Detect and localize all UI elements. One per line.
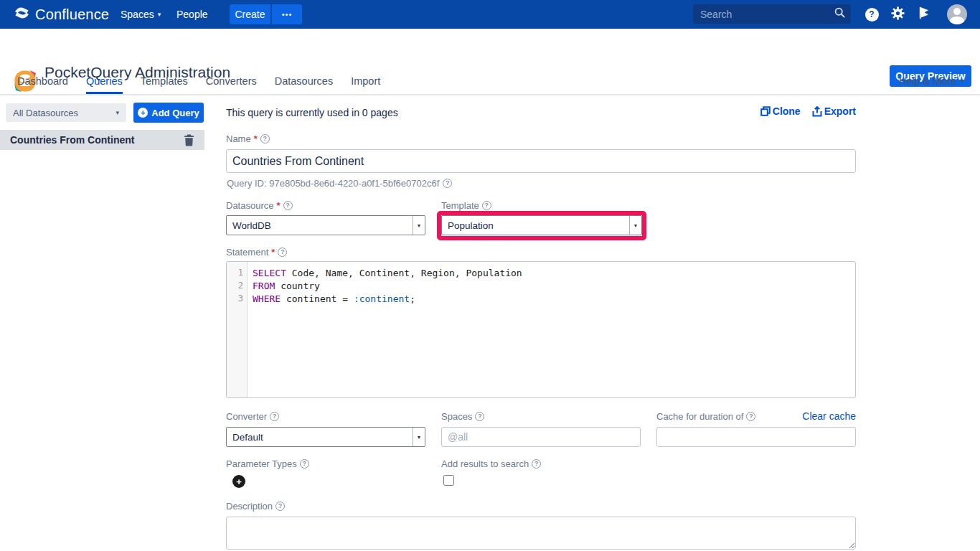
- converter-value: Default: [227, 428, 413, 446]
- datasource-filter-value: All Datasources: [13, 108, 78, 118]
- clone-link[interactable]: Clone: [760, 105, 801, 117]
- help-icon[interactable]: ?: [482, 201, 491, 210]
- description-input[interactable]: [226, 517, 856, 550]
- query-name: Countries From Continent: [10, 134, 134, 146]
- chevron-down-icon: ▾: [116, 109, 119, 116]
- search-icon: [834, 7, 845, 21]
- global-search[interactable]: [693, 4, 851, 24]
- line-number: 1: [227, 268, 247, 281]
- help-more-menu[interactable]: Help & More ▾: [899, 68, 964, 94]
- datasource-filter-select[interactable]: All Datasources ▾: [6, 103, 126, 122]
- converter-select[interactable]: Default ▼: [226, 427, 425, 447]
- help-icon[interactable]: ?: [270, 412, 279, 421]
- tab-datasources[interactable]: Datasources: [275, 68, 333, 94]
- datasource-label: Datasource* ?: [226, 200, 293, 211]
- template-select[interactable]: Population ▼: [441, 215, 642, 235]
- add-to-search-checkbox[interactable]: [443, 475, 454, 486]
- tab-dashboard[interactable]: Dashboard: [17, 68, 68, 94]
- help-icon[interactable]: ?: [275, 501, 285, 511]
- code-line: WHERE continent = :continent;: [253, 293, 855, 306]
- spaces-input[interactable]: [441, 427, 641, 447]
- nav-people[interactable]: People: [176, 0, 208, 29]
- cache-duration-input[interactable]: [656, 427, 856, 447]
- chevron-down-icon: ▾: [158, 11, 161, 18]
- required-asterisk: *: [254, 133, 258, 144]
- template-label: Template ?: [441, 200, 491, 211]
- tab-import[interactable]: Import: [351, 68, 380, 94]
- cache-label: Cache for duration of ?: [656, 411, 755, 422]
- settings-button[interactable]: [888, 0, 907, 29]
- admin-tabbar: Dashboard Queries Templates Converters D…: [0, 68, 980, 95]
- delete-query-button[interactable]: [184, 134, 194, 146]
- clone-icon: [760, 106, 771, 116]
- help-icon[interactable]: ?: [475, 412, 484, 421]
- help-icon[interactable]: ?: [283, 201, 293, 210]
- help-icon[interactable]: ?: [278, 248, 287, 257]
- gear-icon: [891, 6, 905, 23]
- help-icon[interactable]: ?: [443, 179, 452, 188]
- search-input[interactable]: [700, 9, 834, 20]
- create-button[interactable]: Create: [230, 4, 270, 24]
- template-value: Population: [442, 216, 629, 235]
- confluence-brand[interactable]: Confluence: [14, 0, 109, 29]
- statement-label: Statement* ?: [226, 247, 287, 258]
- confluence-logo-icon: [14, 6, 29, 22]
- tab-templates[interactable]: Templates: [141, 68, 188, 94]
- help-icon[interactable]: ?: [260, 134, 270, 143]
- name-label: Name* ?: [226, 133, 270, 144]
- line-number: 2: [227, 281, 247, 293]
- confluence-topbar: Confluence Spaces ▾ People Create ••• ?: [0, 0, 980, 29]
- template-highlight-box: Population ▼: [437, 211, 646, 240]
- export-label: Export: [824, 105, 856, 117]
- brand-name: Confluence: [35, 6, 109, 23]
- required-asterisk: *: [276, 200, 280, 211]
- flag-icon: [918, 6, 930, 22]
- help-button[interactable]: ?: [862, 0, 881, 29]
- help-icon[interactable]: ?: [300, 459, 309, 468]
- code-line: FROM country: [253, 281, 855, 293]
- datasource-value: WorldDB: [227, 216, 413, 235]
- code-line: SELECT Code, Name, Continent, Region, Po…: [253, 268, 855, 281]
- help-more-label: Help & More: [899, 75, 957, 87]
- editor-gutter: 123: [227, 262, 248, 397]
- add-to-search-label: Add results to search ?: [441, 458, 541, 469]
- user-menu[interactable]: [946, 0, 969, 29]
- line-number: 3: [227, 293, 247, 306]
- select-arrow-icon: ▼: [413, 216, 425, 235]
- add-query-button[interactable]: + Add Query: [133, 103, 204, 123]
- query-list-item[interactable]: Countries From Continent: [0, 130, 204, 150]
- query-id-text: Query ID: 97e805bd-8e6d-4220-a0f1-5bf6e0…: [227, 178, 452, 189]
- usage-text: This query is currently used in 0 pages: [226, 107, 398, 118]
- avatar: [947, 4, 967, 24]
- tab-queries[interactable]: Queries: [86, 68, 123, 94]
- create-more-button[interactable]: •••: [272, 4, 302, 24]
- clone-label: Clone: [773, 105, 801, 117]
- select-arrow-icon: ▼: [629, 216, 641, 235]
- spaces-label: Spaces ?: [441, 411, 484, 422]
- notifications-button[interactable]: [915, 0, 933, 29]
- converter-label: Converter ?: [226, 411, 279, 422]
- name-input[interactable]: [226, 149, 856, 173]
- chevron-down-icon: ▾: [961, 77, 964, 85]
- pocketquery-admin-page: Confluence Spaces ▾ People Create ••• ?: [0, 0, 980, 551]
- sql-code[interactable]: SELECT Code, Name, Continent, Region, Po…: [248, 262, 855, 397]
- help-icon[interactable]: ?: [746, 412, 755, 421]
- clear-cache-link[interactable]: Clear cache: [802, 410, 856, 422]
- datasource-select[interactable]: WorldDB ▼: [226, 215, 425, 235]
- nav-people-label: People: [176, 9, 208, 20]
- description-label: Description ?: [226, 501, 285, 512]
- plus-icon: +: [138, 108, 148, 118]
- select-arrow-icon: ▼: [413, 428, 425, 446]
- export-link[interactable]: Export: [812, 105, 856, 117]
- export-icon: [812, 106, 822, 117]
- nav-spaces[interactable]: Spaces ▾: [121, 0, 161, 29]
- question-icon: ?: [865, 8, 879, 22]
- add-parameter-button[interactable]: +: [232, 475, 245, 488]
- tab-converters[interactable]: Converters: [206, 68, 257, 94]
- nav-spaces-label: Spaces: [121, 9, 154, 20]
- help-icon[interactable]: ?: [532, 459, 541, 468]
- add-query-label: Add Query: [151, 108, 199, 118]
- required-asterisk: *: [271, 247, 275, 258]
- parameter-types-label: Parameter Types ?: [226, 458, 309, 469]
- sql-statement-editor[interactable]: 123 SELECT Code, Name, Continent, Region…: [226, 261, 856, 398]
